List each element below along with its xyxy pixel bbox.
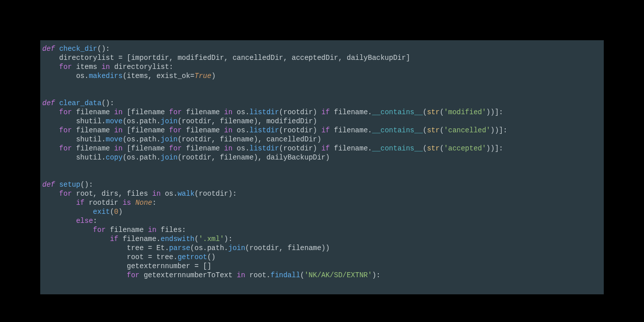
code-line: else:	[42, 216, 602, 225]
code-line: getexternnumber = []	[42, 262, 602, 271]
code-line: for getexternnumberToText in root.findal…	[42, 271, 602, 280]
code-line: for root, dirs, files in os.walk(rootdir…	[42, 189, 602, 198]
code-line: root = tree.getroot()	[42, 253, 602, 262]
blank-line	[42, 162, 602, 171]
code-line: def clear_data():	[42, 99, 602, 108]
function-name: check_dir	[59, 45, 98, 53]
code-editor[interactable]: def check_dir(): directorylist = [import…	[40, 40, 604, 294]
blank-line	[42, 171, 602, 180]
code-line: exit(0)	[42, 207, 602, 216]
code-line: for filename in [filename for filename i…	[42, 144, 602, 153]
code-line: for items in directorylist:	[42, 62, 602, 71]
code-line: for filename in [filename for filename i…	[42, 108, 602, 117]
code-line: directorylist = [importdir, modifiedDir,…	[42, 53, 602, 62]
code-line: os.makedirs(items, exist_ok=True)	[42, 71, 602, 80]
code-line: tree = Et.parse(os.path.join(rootdir, fi…	[42, 244, 602, 253]
code-line: shutil.copy(os.path.join(rootdir, filena…	[42, 153, 602, 162]
code-line: shutil.move(os.path.join(rootdir, filena…	[42, 135, 602, 144]
blank-line	[42, 90, 602, 99]
code-line: if filename.endswith('.xml'):	[42, 234, 602, 244]
code-line: for filename in [filename for filename i…	[42, 126, 602, 135]
code-line: def check_dir():	[42, 44, 602, 53]
code-line: if rootdir is None:	[42, 198, 602, 207]
blank-line	[42, 80, 602, 90]
keyword-def: def	[42, 45, 55, 53]
code-line: def setup():	[42, 180, 602, 189]
code-line: for filename in files:	[42, 225, 602, 234]
code-line: shutil.move(os.path.join(rootdir, filena…	[42, 117, 602, 126]
